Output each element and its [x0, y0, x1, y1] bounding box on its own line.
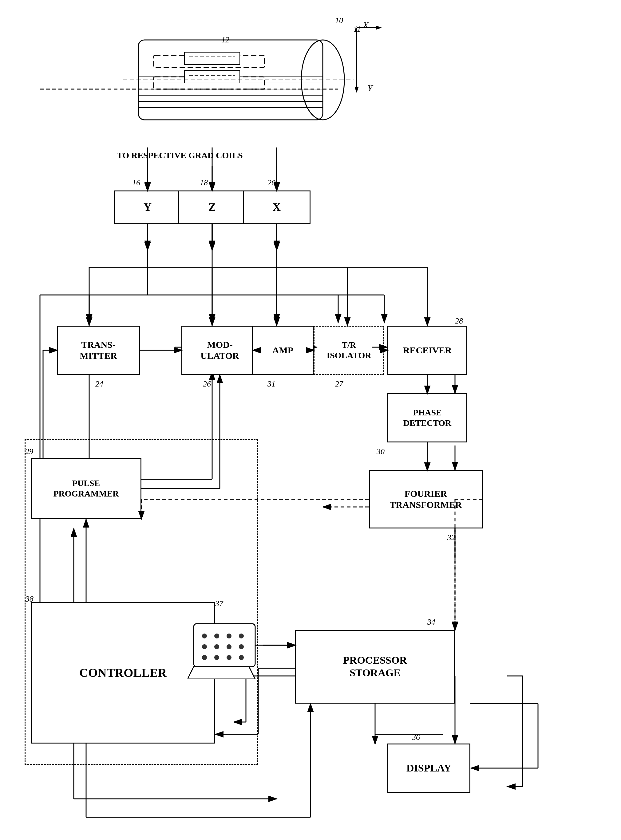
diagram: 10 11 12 X Y TO RESPECTIVE GRAD COILS 16… [0, 0, 621, 840]
z-amp-box: Z [178, 190, 246, 224]
pulse-programmer-box: PULSE PROGRAMMER [31, 458, 141, 519]
label-37: 37 [215, 599, 223, 608]
svg-point-66 [214, 633, 219, 638]
svg-marker-64 [188, 667, 255, 679]
svg-point-75 [227, 655, 232, 660]
svg-point-68 [239, 633, 244, 638]
label-26: 26 [203, 379, 211, 389]
svg-rect-55 [185, 52, 240, 65]
label-16: 16 [132, 178, 140, 187]
y-amp-box: Y [114, 190, 182, 224]
magnet-diagram [123, 15, 369, 148]
label-20: 20 [268, 178, 276, 187]
svg-point-67 [227, 633, 232, 638]
svg-point-69 [202, 644, 207, 649]
svg-point-72 [239, 644, 244, 649]
label-36: 36 [412, 733, 420, 742]
tr-isolator-box: T/R ISOLATOR [314, 326, 384, 375]
transmitter-box: TRANS- MITTER [57, 326, 140, 375]
svg-point-65 [202, 633, 207, 638]
phase-detector-box: PHASE DETECTOR [387, 393, 467, 443]
fourier-transformer-box: FOURIER TRANSFORMER [369, 470, 483, 529]
label-27: 27 [335, 379, 343, 389]
input-device [188, 612, 264, 679]
svg-point-71 [227, 644, 232, 649]
label-29: 29 [25, 447, 33, 456]
svg-point-74 [214, 655, 219, 660]
label-31: 31 [268, 379, 276, 389]
receiver-box: RECEIVER [387, 326, 467, 375]
label-34: 34 [427, 618, 435, 627]
svg-point-73 [202, 655, 207, 660]
label-10: 10 [335, 16, 343, 25]
svg-rect-56 [185, 71, 240, 83]
modulator-box: MOD- ULATOR [182, 326, 258, 375]
processor-storage-box: PROCESSOR STORAGE [295, 630, 455, 704]
x-amp-box: X [243, 190, 310, 224]
label-18: 18 [200, 178, 208, 187]
label-28: 28 [455, 316, 463, 326]
grad-coils-label: TO RESPECTIVE GRAD COILS [117, 151, 242, 160]
label-32: 32 [447, 533, 455, 542]
label-24: 24 [95, 379, 103, 389]
svg-point-70 [214, 644, 219, 649]
label-12: 12 [221, 35, 229, 45]
label-30: 30 [377, 447, 385, 456]
axis-arrows [350, 18, 387, 104]
display-box: DISPLAY [387, 743, 470, 793]
label-38: 38 [26, 595, 33, 604]
svg-point-76 [239, 655, 244, 660]
amp-box: AMP [252, 326, 314, 375]
